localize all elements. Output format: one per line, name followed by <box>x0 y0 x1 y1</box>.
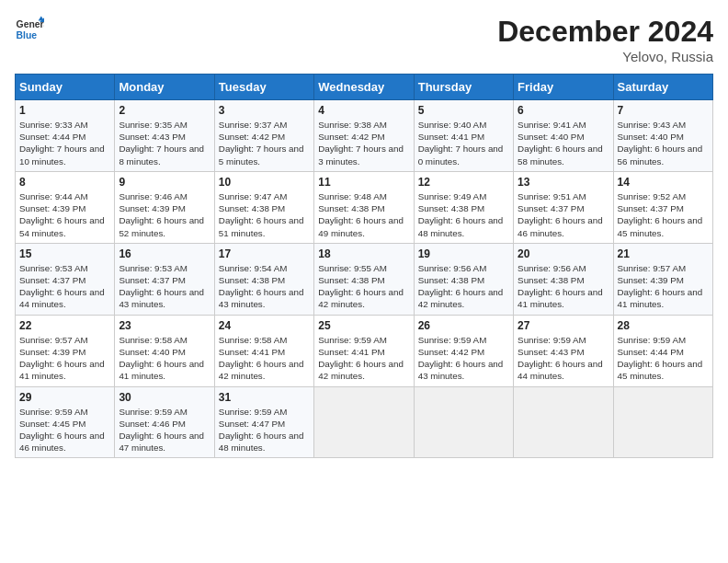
cell-info: Sunrise: 9:59 AM Sunset: 4:42 PM Dayligh… <box>418 334 509 383</box>
cell-info: Sunrise: 9:56 AM Sunset: 4:38 PM Dayligh… <box>518 262 609 311</box>
cell-info: Sunrise: 9:56 AM Sunset: 4:38 PM Dayligh… <box>418 262 509 311</box>
calendar-cell: 7 Sunrise: 9:43 AM Sunset: 4:40 PM Dayli… <box>613 100 712 172</box>
day-number: 1 <box>19 104 110 117</box>
cell-info: Sunrise: 9:52 AM Sunset: 4:37 PM Dayligh… <box>618 190 709 239</box>
calendar-cell: 31 Sunrise: 9:59 AM Sunset: 4:47 PM Dayl… <box>214 386 313 458</box>
day-number: 27 <box>518 319 609 332</box>
cell-info: Sunrise: 9:33 AM Sunset: 4:44 PM Dayligh… <box>19 119 110 167</box>
calendar-cell: 12 Sunrise: 9:49 AM Sunset: 4:38 PM Dayl… <box>414 171 513 243</box>
day-number: 21 <box>618 247 709 260</box>
week-row-2: 8 Sunrise: 9:44 AM Sunset: 4:39 PM Dayli… <box>16 171 713 243</box>
cell-info: Sunrise: 9:55 AM Sunset: 4:38 PM Dayligh… <box>318 262 409 311</box>
day-number: 13 <box>518 176 609 189</box>
day-number: 25 <box>318 319 409 332</box>
calendar-cell: 29 Sunrise: 9:59 AM Sunset: 4:45 PM Dayl… <box>16 386 115 458</box>
cell-info: Sunrise: 9:49 AM Sunset: 4:38 PM Dayligh… <box>418 190 509 239</box>
day-number: 31 <box>219 391 310 404</box>
calendar-cell: 26 Sunrise: 9:59 AM Sunset: 4:42 PM Dayl… <box>414 315 513 386</box>
calendar-cell: 4 Sunrise: 9:38 AM Sunset: 4:42 PM Dayli… <box>314 100 414 172</box>
calendar-cell: 2 Sunrise: 9:35 AM Sunset: 4:43 PM Dayli… <box>115 100 214 172</box>
cell-info: Sunrise: 9:59 AM Sunset: 4:43 PM Dayligh… <box>518 334 609 383</box>
calendar-cell: 13 Sunrise: 9:51 AM Sunset: 4:37 PM Dayl… <box>514 171 613 243</box>
header: General Blue December 2024 Yelovo, Russi… <box>15 15 713 64</box>
cell-info: Sunrise: 9:54 AM Sunset: 4:38 PM Dayligh… <box>219 262 310 311</box>
day-number: 8 <box>19 176 110 189</box>
day-number: 4 <box>318 104 409 117</box>
cell-info: Sunrise: 9:48 AM Sunset: 4:38 PM Dayligh… <box>318 190 409 239</box>
calendar-cell: 10 Sunrise: 9:47 AM Sunset: 4:38 PM Dayl… <box>214 171 313 243</box>
col-friday: Friday <box>514 75 613 100</box>
svg-text:General: General <box>17 19 44 29</box>
day-number: 15 <box>19 247 110 260</box>
calendar-cell: 23 Sunrise: 9:58 AM Sunset: 4:40 PM Dayl… <box>115 315 214 386</box>
calendar-cell: 11 Sunrise: 9:48 AM Sunset: 4:38 PM Dayl… <box>314 171 414 243</box>
col-wednesday: Wednesday <box>314 75 414 100</box>
calendar-cell: 18 Sunrise: 9:55 AM Sunset: 4:38 PM Dayl… <box>314 243 414 315</box>
cell-info: Sunrise: 9:53 AM Sunset: 4:37 PM Dayligh… <box>19 262 110 311</box>
cell-info: Sunrise: 9:58 AM Sunset: 4:41 PM Dayligh… <box>219 334 310 383</box>
calendar-cell: 17 Sunrise: 9:54 AM Sunset: 4:38 PM Dayl… <box>214 243 313 315</box>
day-number: 11 <box>318 176 409 189</box>
day-number: 7 <box>618 104 709 117</box>
cell-info: Sunrise: 9:51 AM Sunset: 4:37 PM Dayligh… <box>518 190 609 239</box>
calendar-cell <box>314 386 414 458</box>
cell-info: Sunrise: 9:35 AM Sunset: 4:43 PM Dayligh… <box>119 119 210 167</box>
calendar-cell: 9 Sunrise: 9:46 AM Sunset: 4:39 PM Dayli… <box>115 171 214 243</box>
cell-info: Sunrise: 9:59 AM Sunset: 4:44 PM Dayligh… <box>618 334 709 383</box>
day-number: 3 <box>219 104 310 117</box>
cell-info: Sunrise: 9:59 AM Sunset: 4:45 PM Dayligh… <box>19 406 110 454</box>
cell-info: Sunrise: 9:59 AM Sunset: 4:46 PM Dayligh… <box>119 406 210 454</box>
calendar-cell: 1 Sunrise: 9:33 AM Sunset: 4:44 PM Dayli… <box>16 100 115 172</box>
calendar-cell <box>414 386 513 458</box>
col-thursday: Thursday <box>414 75 513 100</box>
day-number: 29 <box>19 391 110 404</box>
calendar-cell: 22 Sunrise: 9:57 AM Sunset: 4:39 PM Dayl… <box>16 315 115 386</box>
cell-info: Sunrise: 9:57 AM Sunset: 4:39 PM Dayligh… <box>19 334 110 383</box>
svg-text:Blue: Blue <box>17 30 38 40</box>
day-number: 16 <box>119 247 210 260</box>
week-row-5: 29 Sunrise: 9:59 AM Sunset: 4:45 PM Dayl… <box>16 386 713 458</box>
calendar-cell: 30 Sunrise: 9:59 AM Sunset: 4:46 PM Dayl… <box>115 386 214 458</box>
day-number: 2 <box>119 104 210 117</box>
day-number: 19 <box>418 247 509 260</box>
day-number: 30 <box>119 391 210 404</box>
calendar-cell: 28 Sunrise: 9:59 AM Sunset: 4:44 PM Dayl… <box>613 315 712 386</box>
logo: General Blue <box>15 15 44 44</box>
main-title: December 2024 <box>497 15 713 49</box>
col-saturday: Saturday <box>613 75 712 100</box>
cell-info: Sunrise: 9:44 AM Sunset: 4:39 PM Dayligh… <box>19 190 110 239</box>
day-number: 14 <box>618 176 709 189</box>
cell-info: Sunrise: 9:57 AM Sunset: 4:39 PM Dayligh… <box>618 262 709 311</box>
calendar-cell: 25 Sunrise: 9:59 AM Sunset: 4:41 PM Dayl… <box>314 315 414 386</box>
cell-info: Sunrise: 9:43 AM Sunset: 4:40 PM Dayligh… <box>618 119 709 167</box>
day-number: 17 <box>219 247 310 260</box>
day-number: 5 <box>418 104 509 117</box>
day-number: 9 <box>119 176 210 189</box>
calendar-table: Sunday Monday Tuesday Wednesday Thursday… <box>15 74 713 458</box>
day-number: 28 <box>618 319 709 332</box>
col-monday: Monday <box>115 75 214 100</box>
cell-info: Sunrise: 9:53 AM Sunset: 4:37 PM Dayligh… <box>119 262 210 311</box>
title-block: December 2024 Yelovo, Russia <box>497 15 713 64</box>
calendar-cell: 3 Sunrise: 9:37 AM Sunset: 4:42 PM Dayli… <box>214 100 313 172</box>
calendar-cell: 16 Sunrise: 9:53 AM Sunset: 4:37 PM Dayl… <box>115 243 214 315</box>
calendar-cell: 19 Sunrise: 9:56 AM Sunset: 4:38 PM Dayl… <box>414 243 513 315</box>
calendar-cell <box>613 386 712 458</box>
logo-icon: General Blue <box>15 15 44 44</box>
day-number: 20 <box>518 247 609 260</box>
cell-info: Sunrise: 9:40 AM Sunset: 4:41 PM Dayligh… <box>418 119 509 167</box>
cell-info: Sunrise: 9:41 AM Sunset: 4:40 PM Dayligh… <box>518 119 609 167</box>
day-number: 6 <box>518 104 609 117</box>
cell-info: Sunrise: 9:38 AM Sunset: 4:42 PM Dayligh… <box>318 119 409 167</box>
col-tuesday: Tuesday <box>214 75 313 100</box>
col-sunday: Sunday <box>16 75 115 100</box>
week-row-1: 1 Sunrise: 9:33 AM Sunset: 4:44 PM Dayli… <box>16 100 713 172</box>
calendar-cell: 20 Sunrise: 9:56 AM Sunset: 4:38 PM Dayl… <box>514 243 613 315</box>
day-number: 26 <box>418 319 509 332</box>
calendar-cell: 21 Sunrise: 9:57 AM Sunset: 4:39 PM Dayl… <box>613 243 712 315</box>
calendar-cell: 14 Sunrise: 9:52 AM Sunset: 4:37 PM Dayl… <box>613 171 712 243</box>
day-number: 12 <box>418 176 509 189</box>
week-row-4: 22 Sunrise: 9:57 AM Sunset: 4:39 PM Dayl… <box>16 315 713 386</box>
cell-info: Sunrise: 9:46 AM Sunset: 4:39 PM Dayligh… <box>119 190 210 239</box>
cell-info: Sunrise: 9:58 AM Sunset: 4:40 PM Dayligh… <box>119 334 210 383</box>
